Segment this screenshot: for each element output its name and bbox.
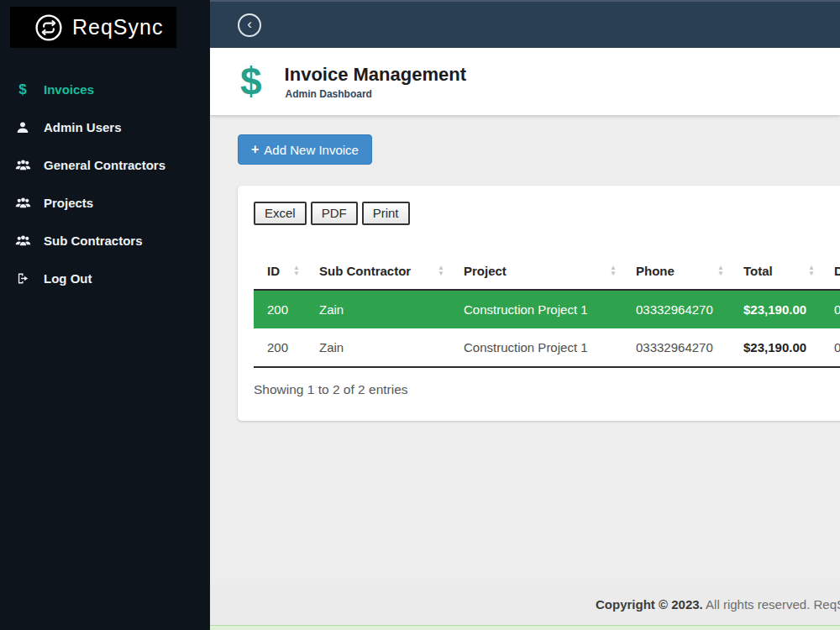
sort-icon: ▲▼ bbox=[293, 265, 300, 276]
column-label: Date bbox=[834, 264, 840, 278]
column-label: ID bbox=[267, 264, 280, 278]
sidebar-item-label: Projects bbox=[44, 196, 93, 210]
table-info: Showing 1 to 2 of 2 entries bbox=[254, 382, 840, 397]
collapse-sidebar-button[interactable]: ‹ bbox=[238, 13, 261, 37]
column-header-sub-contractor[interactable]: Sub Contractor▲▼ bbox=[306, 255, 450, 290]
sidebar-item-sub-contractors[interactable]: Sub Contractors bbox=[0, 222, 210, 260]
copyright-trail: ReqSync bbox=[813, 597, 840, 612]
page-subtitle: Admin Dashboard bbox=[286, 88, 466, 100]
sidebar-item-label: Invoices bbox=[44, 82, 94, 97]
cell-project: Construction Project 1 bbox=[450, 290, 622, 328]
footer: Copyright © 2023. All rights reserved. R… bbox=[210, 584, 840, 625]
column-header-project[interactable]: Project▲▼ bbox=[450, 255, 622, 290]
sync-icon bbox=[34, 13, 64, 43]
column-header-date[interactable]: Date bbox=[821, 255, 840, 290]
column-label: Total bbox=[743, 264, 773, 278]
sidebar-item-label: Admin Users bbox=[44, 120, 122, 134]
page-header: $ Invoice Management Admin Dashboard bbox=[210, 48, 840, 115]
sidebar-item-label: General Contractors bbox=[44, 158, 165, 172]
sidebar-item-log-out[interactable]: Log Out bbox=[0, 260, 210, 297]
sort-icon: ▲▼ bbox=[717, 265, 724, 276]
export-print-button[interactable]: Print bbox=[362, 202, 410, 225]
cell-total: $23,190.00 bbox=[730, 290, 821, 328]
copyright-text: Copyright © 2023. All rights reserved. R… bbox=[596, 597, 840, 612]
cell-total: $23,190.00 bbox=[730, 328, 821, 367]
copyright-bold: Copyright © 2023. bbox=[596, 597, 703, 612]
bottom-strip bbox=[210, 625, 840, 630]
column-label: Project bbox=[464, 264, 507, 278]
sidebar-item-projects[interactable]: Projects bbox=[0, 184, 210, 222]
export-pdf-button[interactable]: PDF bbox=[311, 202, 358, 225]
sidebar-item-label: Sub Contractors bbox=[44, 234, 143, 248]
main-area: ‹ $ Invoice Management Admin Dashboard +… bbox=[210, 0, 840, 630]
cell-date: 09 bbox=[821, 290, 840, 328]
sort-icon: ▲▼ bbox=[808, 265, 815, 276]
export-excel-button[interactable]: Excel bbox=[254, 202, 307, 225]
column-header-total[interactable]: Total▲▼ bbox=[730, 255, 821, 290]
cell-id: 200 bbox=[254, 328, 306, 367]
cell-sub-contractor: Zain bbox=[306, 328, 450, 367]
sidebar-item-label: Log Out bbox=[44, 271, 92, 286]
cell-phone: 03332964270 bbox=[622, 290, 730, 328]
topbar: ‹ bbox=[210, 0, 840, 48]
user-icon bbox=[13, 121, 33, 134]
cell-sub-contractor: Zain bbox=[306, 290, 450, 328]
column-label: Sub Contractor bbox=[319, 264, 411, 278]
add-new-invoice-button[interactable]: + Add New Invoice bbox=[238, 134, 372, 165]
brand-name: ReqSync bbox=[72, 15, 163, 39]
cell-project: Construction Project 1 bbox=[450, 328, 622, 367]
sidebar-item-invoices[interactable]: $ Invoices bbox=[0, 71, 210, 108]
sort-icon: ▲▼ bbox=[610, 265, 617, 276]
table-row[interactable]: 200 Zain Construction Project 1 03332964… bbox=[254, 328, 840, 367]
invoice-table-card: Excel PDF Print ID▲▼ Sub Contractor▲▼ Pr… bbox=[238, 186, 840, 421]
brand-logo[interactable]: ReqSync bbox=[10, 7, 176, 48]
plus-icon: + bbox=[251, 142, 259, 157]
column-label: Phone bbox=[636, 264, 675, 278]
content-area: + Add New Invoice Excel PDF Print ID▲▼ S… bbox=[210, 115, 840, 584]
users-icon bbox=[13, 159, 33, 171]
copyright-rest: All rights reserved. bbox=[706, 597, 810, 612]
cell-date: 09 bbox=[821, 328, 840, 367]
export-buttons: Excel PDF Print bbox=[254, 202, 840, 225]
column-header-id[interactable]: ID▲▼ bbox=[254, 255, 306, 290]
invoices-table: ID▲▼ Sub Contractor▲▼ Project▲▼ Phone▲▼ … bbox=[254, 255, 840, 368]
sort-icon: ▲▼ bbox=[438, 265, 444, 276]
add-new-invoice-label: Add New Invoice bbox=[264, 143, 359, 157]
sidebar-item-admin-users[interactable]: Admin Users bbox=[0, 108, 210, 146]
cell-id: 200 bbox=[254, 290, 306, 328]
users-icon bbox=[13, 197, 33, 209]
page-titles: Invoice Management Admin Dashboard bbox=[285, 64, 466, 100]
dollar-icon: $ bbox=[13, 81, 33, 98]
table-row-selected[interactable]: 200 Zain Construction Project 1 03332964… bbox=[254, 290, 840, 328]
sidebar-menu: $ Invoices Admin Users General Contracto… bbox=[0, 71, 210, 297]
sidebar-item-general-contractors[interactable]: General Contractors bbox=[0, 146, 210, 184]
page-title: Invoice Management bbox=[285, 64, 466, 86]
users-icon bbox=[13, 234, 33, 247]
sidebar: ReqSync $ Invoices Admin Users General C… bbox=[0, 0, 210, 630]
cell-phone: 03332964270 bbox=[622, 328, 730, 367]
dollar-icon: $ bbox=[240, 62, 262, 101]
column-header-phone[interactable]: Phone▲▼ bbox=[622, 255, 730, 290]
logout-icon bbox=[13, 272, 33, 285]
table-header-row: ID▲▼ Sub Contractor▲▼ Project▲▼ Phone▲▼ … bbox=[254, 255, 840, 290]
